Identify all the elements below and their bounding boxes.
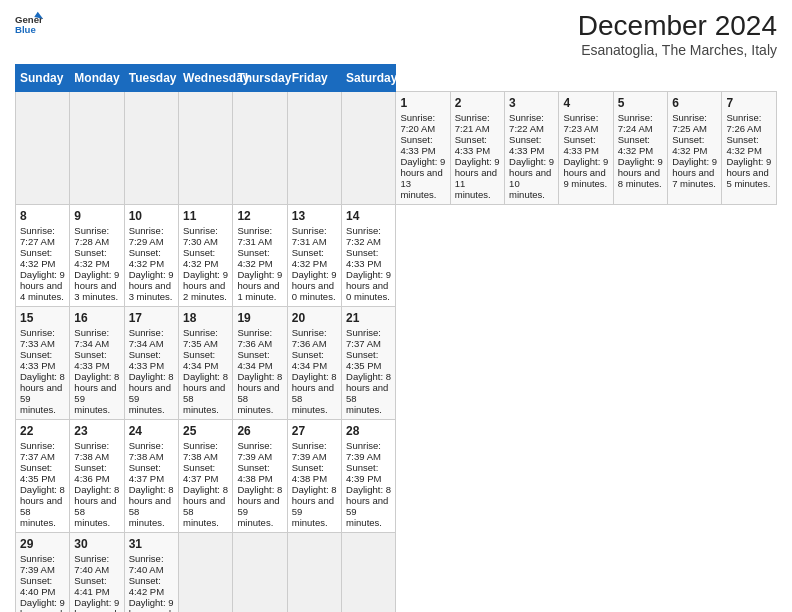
- day-number: 9: [74, 209, 119, 223]
- day-of-week-header: Friday: [287, 65, 341, 92]
- calendar-body: 1Sunrise: 7:20 AMSunset: 4:33 PMDaylight…: [16, 92, 777, 613]
- daylight-text: Daylight: 9 hours and 11 minutes.: [455, 156, 500, 200]
- day-of-week-header: Sunday: [16, 65, 70, 92]
- sunset-text: Sunset: 4:32 PM: [237, 247, 272, 269]
- day-of-week-header: Thursday: [233, 65, 287, 92]
- sunset-text: Sunset: 4:34 PM: [292, 349, 327, 371]
- sunrise-text: Sunrise: 7:31 AM: [292, 225, 327, 247]
- daylight-text: Daylight: 8 hours and 59 minutes.: [74, 371, 119, 415]
- daylight-text: Daylight: 9 hours and 1 minute.: [129, 597, 174, 612]
- daylight-text: Daylight: 8 hours and 58 minutes.: [129, 484, 174, 528]
- day-number: 27: [292, 424, 337, 438]
- sunset-text: Sunset: 4:32 PM: [672, 134, 707, 156]
- calendar-cell: 23Sunrise: 7:38 AMSunset: 4:36 PMDayligh…: [70, 420, 124, 533]
- header: General Blue December 2024 Esanatoglia, …: [15, 10, 777, 58]
- calendar-week-row: 22Sunrise: 7:37 AMSunset: 4:35 PMDayligh…: [16, 420, 777, 533]
- calendar-cell: [179, 92, 233, 205]
- sunrise-text: Sunrise: 7:29 AM: [129, 225, 164, 247]
- sunset-text: Sunset: 4:33 PM: [400, 134, 435, 156]
- day-number: 3: [509, 96, 554, 110]
- day-number: 15: [20, 311, 65, 325]
- calendar-cell: [233, 92, 287, 205]
- calendar-cell: [342, 92, 396, 205]
- calendar-cell: [16, 92, 70, 205]
- day-of-week-header: Monday: [70, 65, 124, 92]
- sunrise-text: Sunrise: 7:25 AM: [672, 112, 707, 134]
- svg-text:Blue: Blue: [15, 24, 36, 35]
- daylight-text: Daylight: 9 hours and 5 minutes.: [726, 156, 771, 189]
- calendar-cell: 3Sunrise: 7:22 AMSunset: 4:33 PMDaylight…: [505, 92, 559, 205]
- sunrise-text: Sunrise: 7:34 AM: [129, 327, 164, 349]
- day-number: 2: [455, 96, 500, 110]
- sunrise-text: Sunrise: 7:35 AM: [183, 327, 218, 349]
- sunrise-text: Sunrise: 7:39 AM: [237, 440, 272, 462]
- sunrise-text: Sunrise: 7:37 AM: [20, 440, 55, 462]
- calendar-cell: 16Sunrise: 7:34 AMSunset: 4:33 PMDayligh…: [70, 307, 124, 420]
- calendar-cell: 11Sunrise: 7:30 AMSunset: 4:32 PMDayligh…: [179, 205, 233, 307]
- daylight-text: Daylight: 9 hours and 7 minutes.: [672, 156, 717, 189]
- daylight-text: Daylight: 9 hours and 8 minutes.: [618, 156, 663, 189]
- day-number: 4: [563, 96, 608, 110]
- sunset-text: Sunset: 4:35 PM: [346, 349, 381, 371]
- calendar-cell: 12Sunrise: 7:31 AMSunset: 4:32 PMDayligh…: [233, 205, 287, 307]
- calendar-cell: 5Sunrise: 7:24 AMSunset: 4:32 PMDaylight…: [613, 92, 667, 205]
- sunrise-text: Sunrise: 7:38 AM: [129, 440, 164, 462]
- calendar-cell: 21Sunrise: 7:37 AMSunset: 4:35 PMDayligh…: [342, 307, 396, 420]
- day-number: 6: [672, 96, 717, 110]
- daylight-text: Daylight: 9 hours and 10 minutes.: [509, 156, 554, 200]
- daylight-text: Daylight: 9 hours and 1 minute.: [237, 269, 282, 302]
- sunset-text: Sunset: 4:39 PM: [346, 462, 381, 484]
- sunset-text: Sunset: 4:33 PM: [20, 349, 55, 371]
- sunrise-text: Sunrise: 7:23 AM: [563, 112, 598, 134]
- sunset-text: Sunset: 4:41 PM: [74, 575, 109, 597]
- calendar-cell: 8Sunrise: 7:27 AMSunset: 4:32 PMDaylight…: [16, 205, 70, 307]
- day-of-week-header: Wednesday: [179, 65, 233, 92]
- sunrise-text: Sunrise: 7:22 AM: [509, 112, 544, 134]
- sunset-text: Sunset: 4:36 PM: [74, 462, 109, 484]
- sunrise-text: Sunrise: 7:28 AM: [74, 225, 109, 247]
- logo: General Blue: [15, 10, 43, 38]
- calendar-cell: 22Sunrise: 7:37 AMSunset: 4:35 PMDayligh…: [16, 420, 70, 533]
- day-number: 13: [292, 209, 337, 223]
- sunrise-text: Sunrise: 7:39 AM: [346, 440, 381, 462]
- day-number: 1: [400, 96, 445, 110]
- calendar-cell: 31Sunrise: 7:40 AMSunset: 4:42 PMDayligh…: [124, 533, 178, 613]
- sunrise-text: Sunrise: 7:40 AM: [74, 553, 109, 575]
- calendar-table: SundayMondayTuesdayWednesdayThursdayFrid…: [15, 64, 777, 612]
- day-number: 18: [183, 311, 228, 325]
- sunrise-text: Sunrise: 7:38 AM: [74, 440, 109, 462]
- sunset-text: Sunset: 4:33 PM: [509, 134, 544, 156]
- calendar-week-row: 15Sunrise: 7:33 AMSunset: 4:33 PMDayligh…: [16, 307, 777, 420]
- daylight-text: Daylight: 8 hours and 58 minutes.: [20, 484, 65, 528]
- calendar-cell: [70, 92, 124, 205]
- sunrise-text: Sunrise: 7:36 AM: [292, 327, 327, 349]
- daylight-text: Daylight: 8 hours and 59 minutes.: [292, 484, 337, 528]
- sunrise-text: Sunrise: 7:27 AM: [20, 225, 55, 247]
- sunrise-text: Sunrise: 7:30 AM: [183, 225, 218, 247]
- sunset-text: Sunset: 4:37 PM: [129, 462, 164, 484]
- daylight-text: Daylight: 9 hours and 0 minutes.: [292, 269, 337, 302]
- daylight-text: Daylight: 8 hours and 59 minutes.: [237, 484, 282, 528]
- logo-icon: General Blue: [15, 10, 43, 38]
- day-number: 10: [129, 209, 174, 223]
- calendar-cell: 7Sunrise: 7:26 AMSunset: 4:32 PMDaylight…: [722, 92, 777, 205]
- calendar-week-row: 29Sunrise: 7:39 AMSunset: 4:40 PMDayligh…: [16, 533, 777, 613]
- day-number: 11: [183, 209, 228, 223]
- day-number: 26: [237, 424, 282, 438]
- daylight-text: Daylight: 8 hours and 59 minutes.: [346, 484, 391, 528]
- sunrise-text: Sunrise: 7:39 AM: [20, 553, 55, 575]
- sunset-text: Sunset: 4:33 PM: [74, 349, 109, 371]
- daylight-text: Daylight: 8 hours and 59 minutes.: [20, 371, 65, 415]
- sunrise-text: Sunrise: 7:33 AM: [20, 327, 55, 349]
- day-number: 30: [74, 537, 119, 551]
- day-number: 23: [74, 424, 119, 438]
- main-title: December 2024: [578, 10, 777, 42]
- calendar-cell: [124, 92, 178, 205]
- sunset-text: Sunset: 4:40 PM: [20, 575, 55, 597]
- sunrise-text: Sunrise: 7:38 AM: [183, 440, 218, 462]
- calendar-week-row: 1Sunrise: 7:20 AMSunset: 4:33 PMDaylight…: [16, 92, 777, 205]
- calendar-cell: [179, 533, 233, 613]
- sunset-text: Sunset: 4:38 PM: [237, 462, 272, 484]
- title-area: December 2024 Esanatoglia, The Marches, …: [578, 10, 777, 58]
- sunrise-text: Sunrise: 7:37 AM: [346, 327, 381, 349]
